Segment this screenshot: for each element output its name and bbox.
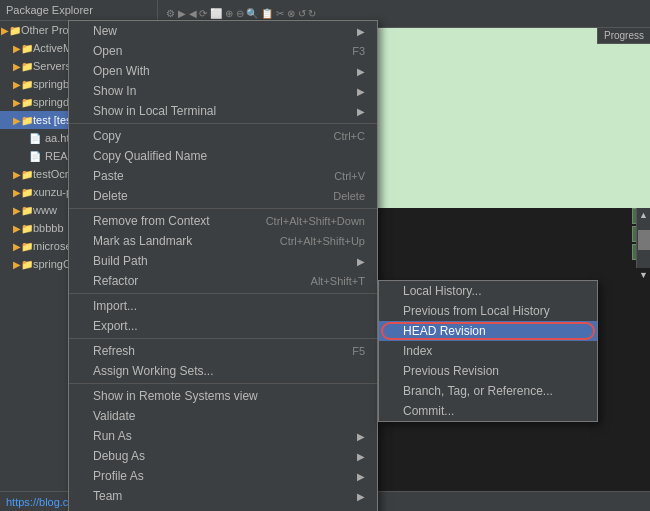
- submenu-item[interactable]: Previous Revision: [379, 361, 597, 381]
- submenu-arrow-icon: ▶: [357, 26, 365, 37]
- menu-item[interactable]: OpenF3: [69, 41, 377, 61]
- submenu-item[interactable]: Previous from Local History: [379, 301, 597, 321]
- file-icon: 📄: [28, 149, 42, 163]
- menu-item[interactable]: Show in Local Terminal▶: [69, 101, 377, 121]
- menu-item-label: Show In: [93, 84, 136, 98]
- submenu-item-label: HEAD Revision: [403, 324, 486, 338]
- folder-icon: ▶📁: [16, 257, 30, 271]
- menu-item-label: Build Path: [93, 254, 148, 268]
- folder-icon: ▶📁: [16, 239, 30, 253]
- menu-item[interactable]: Assign Working Sets...: [69, 361, 377, 381]
- menu-item[interactable]: New▶: [69, 21, 377, 41]
- menu-item[interactable]: Compare With▶: [69, 506, 377, 511]
- submenu-item[interactable]: Commit...: [379, 401, 597, 421]
- menu-item[interactable]: RefactorAlt+Shift+T: [69, 271, 377, 291]
- folder-icon: ▶📁: [16, 95, 30, 109]
- menu-item[interactable]: DeleteDelete: [69, 186, 377, 206]
- submenu-arrow-icon: ▶: [357, 471, 365, 482]
- menu-item-shortcut: Delete: [333, 190, 365, 202]
- menu-divider: [69, 123, 377, 124]
- submenu-arrow-icon: ▶: [357, 106, 365, 117]
- menu-item[interactable]: Build Path▶: [69, 251, 377, 271]
- menu-item[interactable]: PasteCtrl+V: [69, 166, 377, 186]
- menu-item-label: Remove from Context: [93, 214, 210, 228]
- submenu: Local History...Previous from Local Hist…: [378, 280, 598, 422]
- menu-item-label: Validate: [93, 409, 135, 423]
- progress-tab[interactable]: Progress: [597, 28, 650, 44]
- menu-item-label: Show in Local Terminal: [93, 104, 216, 118]
- menu-item[interactable]: Mark as LandmarkCtrl+Alt+Shift+Up: [69, 231, 377, 251]
- folder-icon: ▶📁: [16, 221, 30, 235]
- menu-item[interactable]: RefreshF5: [69, 341, 377, 361]
- file-icon: 📄: [28, 131, 42, 145]
- menu-item[interactable]: Remove from ContextCtrl+Alt+Shift+Down: [69, 211, 377, 231]
- menu-item[interactable]: Run As▶: [69, 426, 377, 446]
- submenu-arrow-icon: ▶: [357, 66, 365, 77]
- menu-item[interactable]: Export...: [69, 316, 377, 336]
- sidebar-item-label: Servers: [33, 60, 71, 72]
- menu-item-shortcut: F5: [352, 345, 365, 357]
- submenu-item-label: Commit...: [403, 404, 454, 418]
- submenu-arrow-icon: ▶: [357, 86, 365, 97]
- menu-item[interactable]: Show in Remote Systems view: [69, 386, 377, 406]
- menu-item-label: Copy: [93, 129, 121, 143]
- scroll-down-icon[interactable]: ▼: [637, 270, 650, 280]
- menu-item-label: Debug As: [93, 449, 145, 463]
- submenu-item[interactable]: Local History...: [379, 281, 597, 301]
- submenu-item-label: Previous from Local History: [403, 304, 550, 318]
- toolbar-icons: ⚙ ▶ ◀ ⟳ ⬜ ⊕ ⊖ 🔍 📋 ✂ ⊗ ↺ ↻: [166, 8, 316, 19]
- menu-item-label: Mark as Landmark: [93, 234, 192, 248]
- menu-item[interactable]: Validate: [69, 406, 377, 426]
- menu-item-label: Profile As: [93, 469, 144, 483]
- submenu-arrow-icon: ▶: [357, 256, 365, 267]
- sidebar-item-label: aa.ht: [45, 132, 69, 144]
- menu-item[interactable]: Show In▶: [69, 81, 377, 101]
- submenu-item-label: Index: [403, 344, 432, 358]
- sidebar-item-label: bbbbb: [33, 222, 64, 234]
- menu-item-label: Assign Working Sets...: [93, 364, 214, 378]
- menu-item-label: Import...: [93, 299, 137, 313]
- menu-item[interactable]: CopyCtrl+C: [69, 126, 377, 146]
- scrollbar-thumb[interactable]: [638, 230, 650, 250]
- sidebar-header: Package Explorer: [0, 0, 157, 21]
- folder-icon: ▶📁: [16, 59, 30, 73]
- submenu-arrow-icon: ▶: [357, 431, 365, 442]
- vertical-scrollbar[interactable]: ▲ ▼: [636, 208, 650, 268]
- submenu-item-label: Previous Revision: [403, 364, 499, 378]
- menu-item-label: Delete: [93, 189, 128, 203]
- folder-icon: ▶📁: [4, 23, 18, 37]
- submenu-item[interactable]: Branch, Tag, or Reference...: [379, 381, 597, 401]
- folder-icon: ▶📁: [16, 203, 30, 217]
- menu-item[interactable]: Copy Qualified Name: [69, 146, 377, 166]
- menu-divider: [69, 338, 377, 339]
- menu-item-label: Export...: [93, 319, 138, 333]
- progress-label: Progress: [604, 30, 644, 41]
- menu-item-label: Run As: [93, 429, 132, 443]
- menu-item-label: Open: [93, 44, 122, 58]
- folder-icon: ▶📁: [16, 77, 30, 91]
- menu-item-label: Refactor: [93, 274, 138, 288]
- menu-item-label: Refresh: [93, 344, 135, 358]
- head-revision-item[interactable]: HEAD Revision: [379, 321, 597, 341]
- menu-item[interactable]: Team▶: [69, 486, 377, 506]
- menu-item-label: Open With: [93, 64, 150, 78]
- folder-icon: ▶📁: [16, 113, 30, 127]
- scroll-up-icon[interactable]: ▲: [637, 208, 650, 220]
- menu-item-label: New: [93, 24, 117, 38]
- menu-item[interactable]: Debug As▶: [69, 446, 377, 466]
- menu-item-shortcut: Ctrl+Alt+Shift+Down: [266, 215, 365, 227]
- submenu-item[interactable]: Index: [379, 341, 597, 361]
- menu-item[interactable]: Import...: [69, 296, 377, 316]
- menu-item-shortcut: Ctrl+Alt+Shift+Up: [280, 235, 365, 247]
- menu-item[interactable]: Profile As▶: [69, 466, 377, 486]
- menu-item-shortcut: F3: [352, 45, 365, 57]
- menu-item-shortcut: Ctrl+C: [334, 130, 365, 142]
- menu-item-label: Show in Remote Systems view: [93, 389, 258, 403]
- menu-divider: [69, 383, 377, 384]
- folder-icon: ▶📁: [16, 167, 30, 181]
- submenu-arrow-icon: ▶: [357, 491, 365, 502]
- menu-item-label: Paste: [93, 169, 124, 183]
- menu-item[interactable]: Open With▶: [69, 61, 377, 81]
- menu-item-shortcut: Ctrl+V: [334, 170, 365, 182]
- submenu-item-label: Local History...: [403, 284, 481, 298]
